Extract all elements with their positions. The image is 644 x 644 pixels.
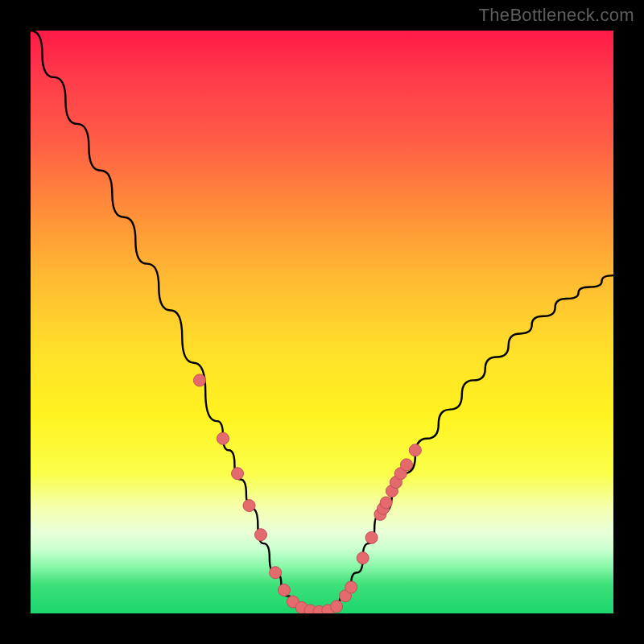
data-marker (365, 531, 378, 543)
data-marker (409, 444, 421, 456)
data-marker (270, 567, 282, 579)
data-markers (193, 374, 421, 613)
data-marker (400, 459, 412, 471)
data-marker (278, 584, 290, 597)
data-marker (380, 497, 392, 509)
data-marker (243, 500, 255, 512)
watermark-text: TheBottleneck.com (479, 5, 634, 26)
data-marker (217, 432, 229, 444)
data-marker (357, 552, 369, 564)
data-marker (345, 581, 357, 593)
data-marker (331, 601, 343, 613)
data-marker (232, 468, 244, 480)
plot-area (31, 31, 613, 613)
bottleneck-curve (31, 31, 613, 613)
data-marker (254, 529, 266, 541)
chart-frame: TheBottleneck.com (0, 0, 644, 644)
chart-svg (31, 31, 613, 613)
data-marker (193, 374, 205, 386)
